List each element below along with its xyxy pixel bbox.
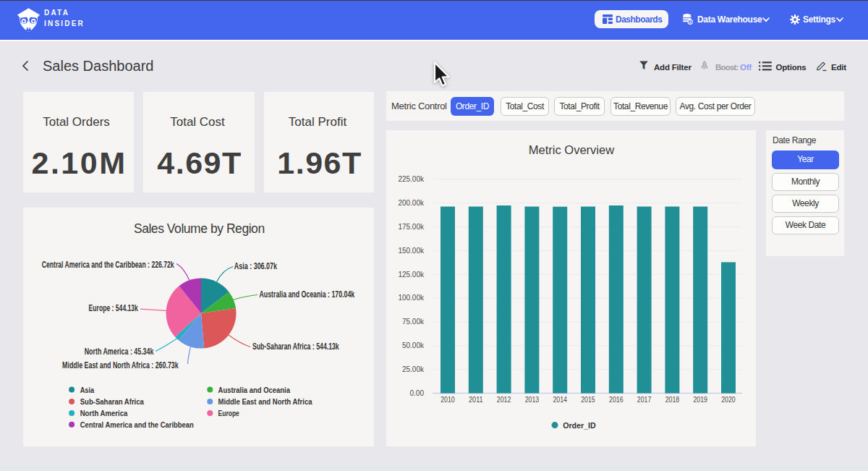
- svg-text:2011: 2011: [469, 396, 483, 404]
- svg-text:2015: 2015: [581, 396, 595, 404]
- svg-text:Middle East and North Africa: Middle East and North Africa: [218, 397, 312, 406]
- svg-text:Central America and the Caribb: Central America and the Caribbean : 226.…: [42, 260, 174, 270]
- svg-text:Europe : 544.13k: Europe : 544.13k: [89, 303, 139, 313]
- svg-text:2020: 2020: [721, 396, 736, 404]
- svg-text:75.00k: 75.00k: [402, 318, 425, 326]
- svg-text:200.00k: 200.00k: [398, 199, 425, 207]
- svg-text:2010: 2010: [441, 396, 455, 404]
- svg-text:Sub-Saharan Africa: Sub-Saharan Africa: [80, 397, 145, 406]
- svg-text:2019: 2019: [693, 396, 707, 404]
- svg-text:100.00k: 100.00k: [398, 294, 425, 302]
- svg-text:2017: 2017: [637, 396, 652, 404]
- svg-text:Asia: Asia: [80, 386, 95, 394]
- svg-text:North America: North America: [80, 409, 128, 417]
- svg-text:25.00k: 25.00k: [402, 365, 425, 373]
- svg-text:Central America and the Caribb: Central America and the Caribbean: [80, 420, 194, 429]
- svg-text:Metric Overview: Metric Overview: [529, 143, 614, 156]
- svg-text:50.00k: 50.00k: [402, 341, 425, 349]
- svg-text:Australia and Oceania: Australia and Oceania: [218, 386, 291, 394]
- svg-text:Middle East and North Africa :: Middle East and North Africa : 260.73k: [62, 360, 179, 370]
- svg-text:Sales Volume by Region: Sales Volume by Region: [134, 221, 265, 236]
- svg-text:2013: 2013: [525, 396, 540, 404]
- svg-text:175.00k: 175.00k: [398, 223, 425, 231]
- svg-text:Sub-Saharan Africa : 544.13k: Sub-Saharan Africa : 544.13k: [252, 341, 339, 352]
- svg-text:0.00: 0.00: [410, 389, 425, 397]
- svg-text:150.00k: 150.00k: [398, 247, 425, 255]
- svg-text:2014: 2014: [553, 396, 567, 404]
- svg-text:Order_ID: Order_ID: [563, 421, 596, 430]
- svg-text:225.00k: 225.00k: [398, 175, 425, 183]
- svg-text:2012: 2012: [497, 396, 511, 404]
- svg-text:North America : 45.34k: North America : 45.34k: [85, 347, 154, 357]
- svg-text:Australia and Oceania : 170.04: Australia and Oceania : 170.04k: [260, 289, 355, 300]
- svg-text:2016: 2016: [609, 396, 624, 404]
- svg-text:Europe: Europe: [218, 409, 239, 417]
- svg-text:2018: 2018: [665, 396, 680, 404]
- svg-text:Asia : 306.07k: Asia : 306.07k: [234, 261, 277, 271]
- svg-text:125.00k: 125.00k: [398, 271, 425, 279]
